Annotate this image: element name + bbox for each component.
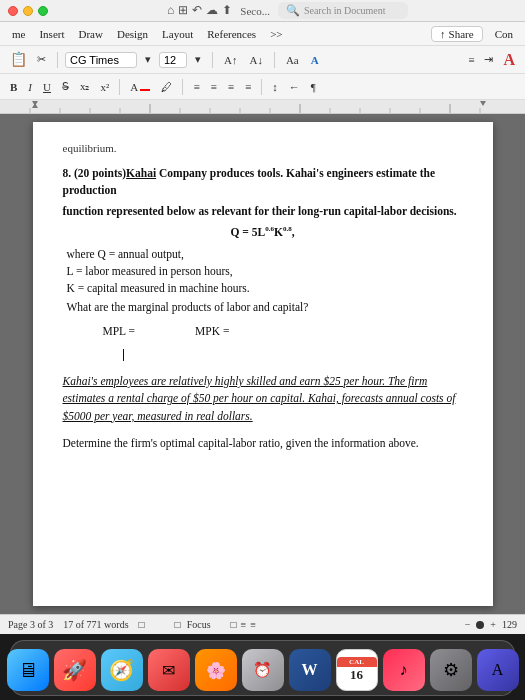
where-k: K = capital measured in machine hours.	[67, 280, 463, 297]
title-bar: ⌂ ⊞ ↶ ☁ ⬆ Seco... 🔍 Search in Document	[0, 0, 525, 22]
pilcrow-button[interactable]: ¶	[307, 79, 320, 95]
fullscreen-button[interactable]	[38, 6, 48, 16]
layout-icon3: ≡	[250, 619, 256, 630]
align-left[interactable]: ≡	[189, 79, 203, 95]
strikethrough-button[interactable]: S̶	[58, 78, 73, 95]
cloud-icon: ☁	[206, 3, 218, 18]
focus-icon: □	[175, 619, 181, 630]
menu-item-con[interactable]: Con	[489, 26, 519, 42]
function-line: function represented below as relevant f…	[63, 203, 463, 220]
para-align-icon[interactable]: ≡	[464, 52, 478, 68]
page[interactable]: equilibrium. 8. (20 points)Kahai Company…	[33, 122, 493, 606]
where-l: L = labor measured in person hours,	[67, 263, 463, 280]
status-bar: Page 3 of 3 17 of 771 words □ □ Focus □ …	[0, 614, 525, 634]
paragraph-1: Kahai's employees are relatively highly …	[63, 373, 463, 425]
separator1	[57, 52, 58, 68]
dock-icon-settings[interactable]: ⚙	[430, 649, 472, 691]
menu-item-me[interactable]: me	[6, 26, 31, 42]
menu-item-references[interactable]: References	[201, 26, 262, 42]
share-label: Share	[449, 28, 474, 40]
question-points: (20 points)	[74, 167, 126, 179]
align-right[interactable]: ≡	[224, 79, 238, 95]
subscript-button[interactable]: x₂	[76, 78, 94, 95]
close-button[interactable]	[8, 6, 18, 16]
dock-icon-photos[interactable]: 🌸	[195, 649, 237, 691]
separator3	[274, 52, 275, 68]
bold-button[interactable]: B	[6, 79, 21, 95]
highlight-button[interactable]: 🖊	[157, 79, 176, 95]
share-icon: ↑	[440, 28, 446, 40]
style-icon[interactable]: A	[499, 49, 519, 71]
dock-icon-finder[interactable]: 🖥	[7, 649, 49, 691]
cut-button[interactable]: ✂	[33, 51, 50, 68]
indent-decrease[interactable]: ←	[285, 79, 304, 95]
menu-item-layout[interactable]: Layout	[156, 26, 199, 42]
menu-item-insert[interactable]: Insert	[33, 26, 70, 42]
question-paragraph: 8. (20 points)Kahai Company produces too…	[63, 165, 463, 200]
sep-tb2c	[261, 79, 262, 95]
document-area: equilibrium. 8. (20 points)Kahai Company…	[0, 114, 525, 614]
align-justify[interactable]: ≡	[241, 79, 255, 95]
font-name-dropdown[interactable]: ▾	[141, 51, 155, 68]
search-icon: 🔍	[286, 4, 300, 17]
share-icon-title[interactable]: ⬆	[222, 3, 232, 18]
dock-icon-clock[interactable]: ⏰	[242, 649, 284, 691]
font-shrink-button[interactable]: A↓	[245, 52, 266, 68]
home-icon: ⌂	[167, 3, 174, 18]
aa-button[interactable]: Aa	[282, 52, 303, 68]
line-spacing-button[interactable]: ↕	[268, 79, 282, 95]
dock-icon-word[interactable]: W	[289, 649, 331, 691]
text-color-button[interactable]: A	[126, 79, 154, 95]
dock-area: 🖥 🚀 🧭 ✉ 🌸 ⏰ W CAL 16 ♪ ⚙ A	[0, 634, 525, 700]
align-center[interactable]: ≡	[207, 79, 221, 95]
dock-icon-mail[interactable]: ✉	[148, 649, 190, 691]
dock-icon-music[interactable]: ♪	[383, 649, 425, 691]
indent-icon[interactable]: ⇥	[480, 51, 497, 68]
dock-icon-calendar[interactable]: CAL 16	[336, 649, 378, 691]
superscript-button[interactable]: x²	[96, 79, 113, 95]
undo-icon[interactable]: ↶	[192, 3, 202, 18]
font-size-dropdown[interactable]: ▾	[191, 51, 205, 68]
search-placeholder: Search in Document	[304, 5, 386, 16]
dock-icon-appstore[interactable]: A	[477, 649, 519, 691]
menu-item-more[interactable]: >>	[264, 26, 288, 42]
page-info: Page 3 of 3	[8, 619, 53, 630]
toolbar2: B I U S̶ x₂ x² A 🖊 ≡ ≡ ≡ ≡ ↕ ← ¶	[0, 74, 525, 100]
mp-row: MPL = MPK =	[103, 323, 463, 340]
dock-icon-launchpad[interactable]: 🚀	[54, 649, 96, 691]
layout-icon1: □	[231, 619, 237, 630]
font-name-input[interactable]	[65, 52, 137, 68]
where-block: where Q = annual output, L = labor measu…	[67, 246, 463, 317]
paragraph-2: Determine the firm's optimal capital-lab…	[63, 435, 463, 452]
italic-button[interactable]: I	[24, 79, 36, 95]
font-size-input[interactable]	[159, 52, 187, 68]
proofing-icon: □	[139, 619, 145, 630]
svg-rect-0	[0, 100, 525, 114]
equation-exp1: 0.6	[265, 225, 274, 233]
share-button[interactable]: ↑ Share	[431, 26, 483, 42]
where-q: where Q = annual output,	[67, 246, 463, 263]
a-style-button[interactable]: A	[307, 52, 323, 68]
zoom-plus[interactable]: +	[490, 619, 496, 630]
company-underline: Kahai	[126, 167, 156, 179]
window-controls[interactable]	[8, 6, 48, 16]
app-title: Seco...	[240, 5, 270, 17]
zoom-minus[interactable]: −	[465, 619, 471, 630]
search-bar[interactable]: 🔍 Search in Document	[278, 2, 408, 19]
word-count: 17 of 771 words	[63, 619, 128, 630]
title-center: ⌂ ⊞ ↶ ☁ ⬆ Seco... 🔍 Search in Document	[58, 2, 517, 19]
underline-button[interactable]: U	[39, 79, 55, 95]
equation-comma: ,	[292, 226, 295, 238]
menu-item-design[interactable]: Design	[111, 26, 154, 42]
dock-icon-safari[interactable]: 🧭	[101, 649, 143, 691]
minimize-button[interactable]	[23, 6, 33, 16]
font-grow-button[interactable]: A↑	[220, 52, 241, 68]
ruler-svg	[0, 100, 525, 114]
focus-label[interactable]: Focus	[187, 619, 211, 630]
layout-icon2: ≡	[241, 619, 247, 630]
question-number: 8.	[63, 167, 72, 179]
menu-item-draw[interactable]: Draw	[73, 26, 109, 42]
paste-button[interactable]: 📋	[6, 49, 31, 70]
menu-bar: me Insert Draw Design Layout References …	[0, 22, 525, 46]
toolbar1: 📋 ✂ ▾ ▾ A↑ A↓ Aa A ≡ ⇥ A	[0, 46, 525, 74]
